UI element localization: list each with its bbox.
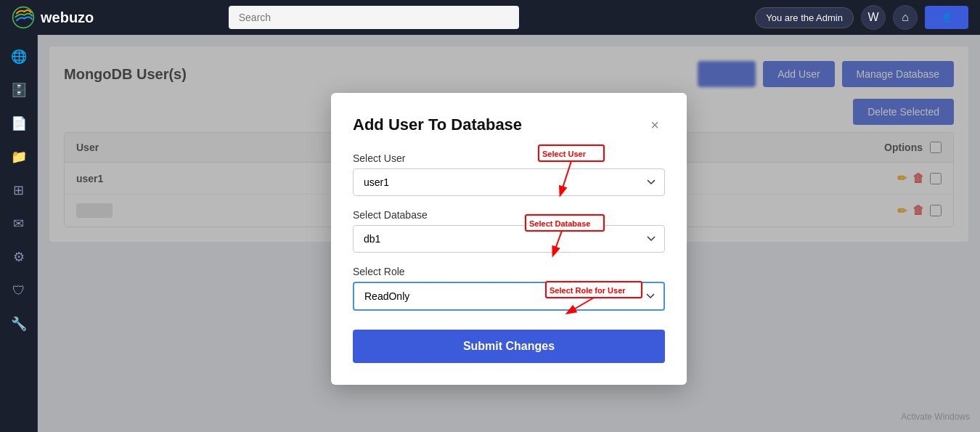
select-database-dropdown[interactable]: db1 db2	[353, 225, 665, 253]
select-database-label: Select Database	[353, 209, 665, 221]
wordpress-icon-btn[interactable]: W	[861, 5, 886, 30]
home-icon-btn[interactable]: ⌂	[893, 5, 918, 30]
modal-header: Add User To Database ×	[353, 115, 665, 135]
layout: 🌐 🗄️ 📄 📁 ⊞ ✉ ⚙ 🛡 🔧 MongoDB User(s) Add U…	[0, 35, 980, 432]
select-user-group: Select User user1 user2	[353, 152, 665, 196]
select-database-group: Select Database db1 db2	[353, 209, 665, 253]
select-role-group: Select Role ReadOnly ReadWrite Admin	[353, 266, 665, 311]
sidebar-item-folder[interactable]: 📁	[4, 142, 33, 171]
search-bar[interactable]	[229, 6, 519, 29]
modal-close-button[interactable]: ×	[645, 115, 665, 135]
sidebar-item-file[interactable]: 📄	[4, 109, 33, 138]
sidebar-item-grid[interactable]: ⊞	[4, 176, 33, 205]
select-user-dropdown[interactable]: user1 user2	[353, 168, 665, 196]
logo-area: webuzo	[12, 6, 106, 29]
sidebar: 🌐 🗄️ 📄 📁 ⊞ ✉ ⚙ 🛡 🔧	[0, 35, 38, 432]
submit-changes-button[interactable]: Submit Changes	[353, 330, 665, 363]
user-menu-btn[interactable]: 👤	[925, 6, 968, 29]
sidebar-item-globe[interactable]: 🌐	[4, 42, 33, 71]
sidebar-item-wrench[interactable]: 🔧	[4, 309, 33, 338]
search-input[interactable]	[229, 6, 519, 29]
sidebar-item-mail[interactable]: ✉	[4, 209, 33, 238]
modal-add-user-to-database: Add User To Database × Select User user1…	[331, 93, 687, 385]
logo-icon	[12, 6, 35, 29]
sidebar-item-settings[interactable]: ⚙	[4, 243, 33, 272]
navbar: webuzo You are the Admin W ⌂ 👤	[0, 0, 980, 35]
admin-badge: You are the Admin	[755, 7, 854, 28]
sidebar-item-shield[interactable]: 🛡	[4, 276, 33, 305]
modal-title: Add User To Database	[353, 115, 522, 134]
user-icon: 👤	[941, 12, 952, 23]
navbar-right: You are the Admin W ⌂ 👤	[755, 5, 968, 30]
select-user-label: Select User	[353, 152, 665, 164]
select-role-label: Select Role	[353, 266, 665, 277]
main-content: MongoDB User(s) Add User Manage Database…	[38, 35, 980, 432]
select-role-dropdown[interactable]: ReadOnly ReadWrite Admin	[353, 282, 665, 311]
sidebar-item-database[interactable]: 🗄️	[4, 76, 33, 105]
logo-text: webuzo	[41, 9, 94, 26]
